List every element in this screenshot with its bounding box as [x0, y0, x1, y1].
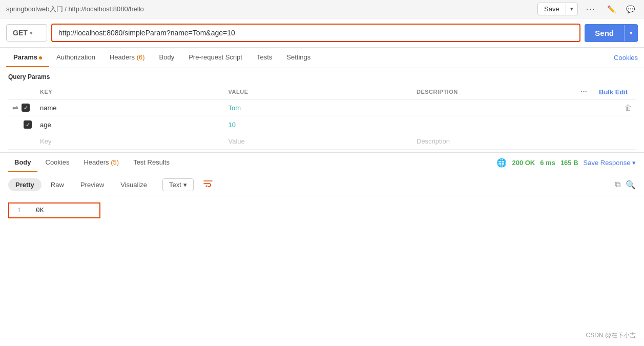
table-row-empty: Key Value Description: [8, 133, 636, 150]
method-select[interactable]: GET ▾: [6, 24, 47, 42]
params-table: KEY VALUE DESCRIPTION ··· Bulk Edit ⇌ ✓: [8, 85, 636, 150]
url-bar: GET ▾ http://localhost:8080/simpleParam?…: [0, 18, 644, 48]
send-caret-button[interactable]: ▾: [624, 25, 638, 41]
status-size: 165 B: [560, 159, 578, 167]
empty-key[interactable]: Key: [36, 133, 224, 150]
top-bar: springbootweb入门 / http://localhost:8080/…: [0, 0, 644, 18]
trash-icon: 🗑: [625, 104, 632, 112]
fmt-tab-visualize[interactable]: Visualize: [113, 178, 154, 191]
tab-settings[interactable]: Settings: [279, 48, 318, 67]
send-btn-group[interactable]: Send ▾: [585, 24, 638, 42]
empty-bulk: [595, 133, 636, 150]
watermark: CSDN @在下小吉: [586, 331, 636, 340]
row1-checkbox[interactable]: ✓: [22, 104, 30, 112]
breadcrumb-area: springbootweb入门 / http://localhost:8080/…: [6, 5, 144, 14]
resp-tab-body[interactable]: Body: [8, 153, 37, 172]
resp-status-area: 🌐 200 OK 6 ms 165 B Save Response ▾: [496, 158, 636, 168]
col-bulk-header[interactable]: Bulk Edit: [595, 85, 636, 99]
request-tabs-row: Params Authorization Headers (6) Body Pr…: [0, 48, 644, 68]
url-text: http://localhost:8080/simpleParam?name=T…: [58, 29, 235, 37]
method-caret-icon: ▾: [30, 30, 32, 36]
resp-tab-headers[interactable]: Headers (5): [77, 153, 125, 172]
row1-desc[interactable]: [412, 99, 576, 116]
row1-more: [576, 99, 595, 116]
table-row: ⇌ ✓ name Tom 🗑: [8, 99, 636, 116]
row2-actions: ✓: [8, 116, 36, 133]
save-btn-group[interactable]: Save ▾: [537, 3, 578, 15]
fmt-tab-pretty[interactable]: Pretty: [8, 178, 41, 191]
save-response-button[interactable]: Save Response ▾: [584, 159, 636, 167]
format-tabs-row: Pretty Raw Preview Visualize Text ▾ ⧉ 🔍: [0, 173, 644, 196]
response-body: 1 0K: [0, 196, 644, 225]
search-icon[interactable]: 🔍: [626, 180, 636, 190]
response-body-wrapper: 1 0K: [8, 202, 100, 218]
row2-trash: [595, 116, 636, 133]
headers-badge: (6): [137, 53, 145, 61]
row1-value[interactable]: Tom: [224, 99, 413, 116]
edit-icon[interactable]: ✏️: [604, 3, 619, 15]
tab-body[interactable]: Body: [152, 48, 182, 67]
comment-icon[interactable]: 💬: [623, 3, 638, 15]
params-dot: [39, 56, 42, 59]
row1-actions: ⇌ ✓: [8, 99, 36, 116]
empty-value[interactable]: Value: [224, 133, 413, 150]
filter-icon[interactable]: ⇌: [12, 104, 18, 112]
params-section: Query Params KEY VALUE DESCRIPTION ··· B…: [0, 68, 644, 152]
fmt-tab-raw[interactable]: Raw: [44, 178, 71, 191]
copy-icon[interactable]: ⧉: [615, 180, 620, 189]
send-button[interactable]: Send: [585, 24, 624, 42]
response-tabs-row: Body Cookies Headers (5) Test Results 🌐 …: [0, 153, 644, 173]
query-params-title: Query Params: [8, 73, 636, 80]
word-wrap-button[interactable]: [198, 177, 218, 192]
tab-authorization[interactable]: Authorization: [49, 48, 102, 67]
status-time: 6 ms: [540, 159, 555, 167]
globe-icon: 🌐: [496, 158, 507, 168]
line-number: 1: [17, 207, 26, 214]
resp-headers-badge: (5): [111, 158, 119, 166]
table-header-row: KEY VALUE DESCRIPTION ··· Bulk Edit: [8, 85, 636, 99]
more-button[interactable]: ···: [582, 3, 600, 16]
tab-headers[interactable]: Headers (6): [102, 48, 152, 67]
text-type-caret: ▾: [183, 181, 187, 189]
response-section: Body Cookies Headers (5) Test Results 🌐 …: [0, 152, 644, 225]
line-content: 0K: [36, 207, 44, 214]
save-caret-button[interactable]: ▾: [566, 4, 577, 14]
row2-desc[interactable]: [412, 116, 576, 133]
row1-key[interactable]: name: [36, 99, 224, 116]
empty-desc[interactable]: Description: [412, 133, 576, 150]
col-desc-header: DESCRIPTION: [412, 85, 576, 99]
breadcrumb-text: springbootweb入门 / http://localhost:8080/…: [6, 5, 144, 14]
resp-tab-cookies[interactable]: Cookies: [39, 153, 76, 172]
tab-prerequest[interactable]: Pre-request Script: [181, 48, 250, 67]
col-more-header: ···: [576, 85, 595, 99]
tab-params[interactable]: Params: [6, 48, 49, 67]
resp-tab-tests[interactable]: Test Results: [127, 153, 176, 172]
row2-more: [576, 116, 595, 133]
table-row: ✓ age 10: [8, 116, 636, 133]
col-key-header: KEY: [36, 85, 224, 99]
row2-value[interactable]: 10: [224, 116, 413, 133]
col-value-header: VALUE: [224, 85, 413, 99]
status-ok: 200 OK: [512, 159, 535, 167]
tab-tests[interactable]: Tests: [250, 48, 279, 67]
save-button[interactable]: Save: [538, 3, 566, 15]
row1-trash[interactable]: 🗑: [595, 99, 636, 116]
empty-more: [576, 133, 595, 150]
empty-actions: [8, 133, 36, 150]
top-bar-right: Save ▾ ··· ✏️ 💬: [537, 3, 638, 16]
row2-checkbox[interactable]: ✓: [24, 120, 32, 129]
col-actions-header: [8, 85, 36, 99]
url-input[interactable]: http://localhost:8080/simpleParam?name=T…: [51, 24, 580, 42]
fmt-tab-preview[interactable]: Preview: [73, 178, 111, 191]
method-label: GET: [13, 29, 28, 37]
row2-key[interactable]: age: [36, 116, 224, 133]
text-type-select[interactable]: Text ▾: [162, 178, 194, 191]
cookies-link[interactable]: Cookies: [614, 49, 638, 67]
